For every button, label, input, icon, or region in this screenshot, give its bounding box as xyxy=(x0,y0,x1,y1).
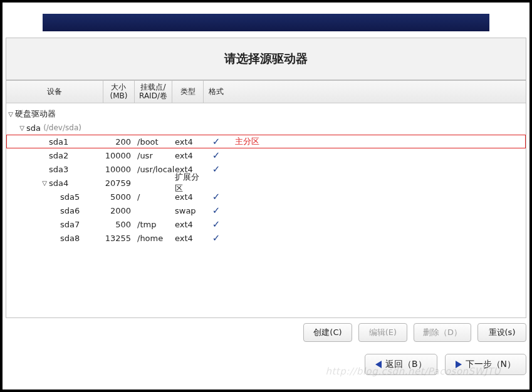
reset-button[interactable]: 重设(s) xyxy=(477,323,526,342)
tree-root-row[interactable]: ▽ 硬盘驱动器 xyxy=(6,107,526,121)
partition-size: 2000 xyxy=(103,206,135,215)
header-banner xyxy=(43,14,489,31)
partition-size: 10000 xyxy=(103,151,135,160)
partition-size: 10000 xyxy=(103,165,135,174)
check-icon: ✓ xyxy=(212,136,221,147)
partition-name: sda5 xyxy=(60,192,80,202)
partition-format: ✓ xyxy=(204,232,229,244)
partition-size: 5000 xyxy=(103,192,135,202)
partition-format: ✓ xyxy=(204,219,229,230)
expand-toggle-icon[interactable]: ▽ xyxy=(40,180,49,187)
col-device[interactable]: 设备 xyxy=(6,81,103,103)
partition-row[interactable]: sda62000swap✓ xyxy=(6,204,526,217)
check-icon: ✓ xyxy=(212,163,221,175)
partition-type: ext4 xyxy=(172,137,204,147)
partition-name: sda8 xyxy=(60,234,80,243)
check-icon: ✓ xyxy=(212,219,221,230)
next-label: 下一步（N） xyxy=(466,359,516,370)
back-label: 返回（B） xyxy=(385,359,427,370)
partition-mount: /usr xyxy=(135,151,172,160)
page-title: 请选择源驱动器 xyxy=(6,51,526,67)
create-button[interactable]: 创建(C) xyxy=(303,323,352,342)
partition-type: ext4 xyxy=(172,234,204,243)
expand-toggle-icon[interactable]: ▽ xyxy=(18,125,26,132)
next-button[interactable]: 下一步（N） xyxy=(445,354,526,375)
partition-name: sda1 xyxy=(49,137,68,147)
partition-row[interactable]: sda1200/bootext4✓主分区 xyxy=(6,135,526,148)
partition-size: 200 xyxy=(103,137,135,147)
disk-label: sda xyxy=(26,123,41,133)
partition-name: sda4 xyxy=(49,178,68,188)
partition-name: sda3 xyxy=(49,165,68,174)
root-label: 硬盘驱动器 xyxy=(15,108,56,120)
edit-button: 编辑(E) xyxy=(358,323,407,342)
partition-row[interactable]: sda55000/ext4✓ xyxy=(6,190,526,204)
disk-path: (/dev/sda) xyxy=(43,123,81,132)
partition-type: 扩展分区 xyxy=(172,172,204,194)
partition-format: ✓ xyxy=(204,150,229,161)
arrow-left-icon xyxy=(375,361,382,368)
partition-row[interactable]: sda310000/usr/localext4✓ xyxy=(6,162,526,176)
col-mount[interactable]: 挂载点/ RAID/卷 xyxy=(135,81,172,103)
back-button[interactable]: 返回（B） xyxy=(365,354,437,375)
col-size[interactable]: 大小 (MB) xyxy=(103,81,135,103)
partition-mount: /tmp xyxy=(135,220,172,229)
title-panel: 请选择源驱动器 xyxy=(6,38,526,80)
partition-format: ✓ xyxy=(204,163,229,175)
check-icon: ✓ xyxy=(212,232,221,244)
nav-button-row: 返回（B） 下一步（N） xyxy=(3,348,529,378)
partition-size: 13255 xyxy=(103,234,135,243)
partition-row[interactable]: ▽sda420759扩展分区 xyxy=(6,176,526,190)
partition-name: sda7 xyxy=(60,220,80,229)
partition-mount: /boot xyxy=(135,137,172,147)
tree-disk-row[interactable]: ▽ sda (/dev/sda) xyxy=(6,121,526,135)
partition-type: ext4 xyxy=(172,220,204,229)
table-header: 设备 大小 (MB) 挂载点/ RAID/卷 类型 格式 xyxy=(6,81,526,103)
partition-size: 20759 xyxy=(103,178,135,188)
partition-mount: / xyxy=(135,192,172,202)
partition-type: ext4 xyxy=(172,192,204,202)
installer-window: 请选择源驱动器 设备 大小 (MB) 挂载点/ RAID/卷 类型 格式 ▽ 硬… xyxy=(3,3,529,389)
col-type[interactable]: 类型 xyxy=(172,81,204,103)
partition-format: ✓ xyxy=(204,191,229,202)
col-format[interactable]: 格式 xyxy=(204,81,229,103)
partition-tree[interactable]: ▽ 硬盘驱动器 ▽ sda (/dev/sda) sda1200/bootext… xyxy=(6,103,526,317)
partition-type: swap xyxy=(172,206,204,215)
expand-toggle-icon[interactable]: ▽ xyxy=(6,111,15,118)
check-icon: ✓ xyxy=(212,191,221,202)
action-button-row: 创建(C) 编辑(E) 删除（D） 重设(s) xyxy=(3,318,529,345)
partition-format: ✓ xyxy=(204,205,229,216)
partition-type: ext4 xyxy=(172,151,204,160)
partition-row[interactable]: sda210000/usrext4✓ xyxy=(6,148,526,162)
delete-button: 删除（D） xyxy=(414,323,471,342)
annotation-label: 主分区 xyxy=(229,136,279,147)
check-icon: ✓ xyxy=(212,150,221,161)
partition-size: 500 xyxy=(103,220,135,229)
partition-name: sda6 xyxy=(60,206,80,215)
partition-row[interactable]: sda813255/homeext4✓ xyxy=(6,231,526,245)
partition-name: sda2 xyxy=(49,151,68,160)
partition-format: ✓ xyxy=(204,136,229,147)
arrow-right-icon xyxy=(456,361,462,368)
partition-row[interactable]: sda7500/tmpext4✓ xyxy=(6,217,526,231)
partition-table-panel: 设备 大小 (MB) 挂载点/ RAID/卷 类型 格式 ▽ 硬盘驱动器 ▽ s… xyxy=(6,80,526,318)
partition-mount: /usr/local xyxy=(135,165,172,174)
check-icon: ✓ xyxy=(212,205,221,216)
partition-mount: /home xyxy=(135,234,172,243)
